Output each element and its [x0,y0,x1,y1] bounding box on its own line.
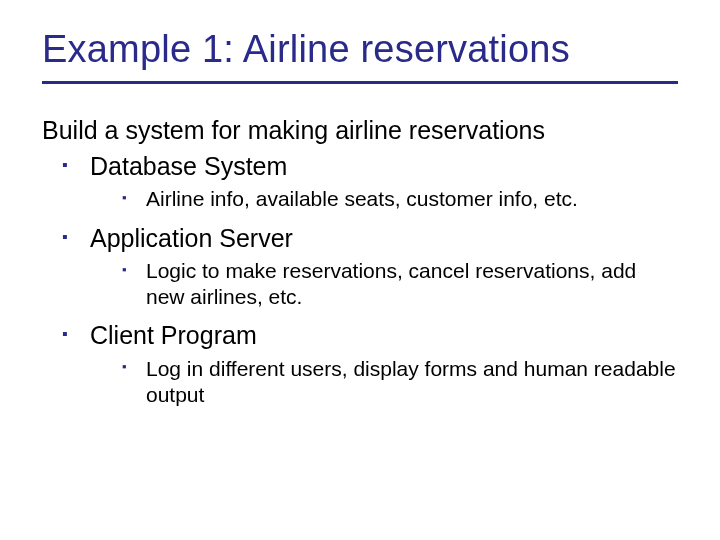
sub-bullet-list: Airline info, available seats, customer … [90,186,678,212]
list-item-label: Database System [90,152,287,180]
sub-list-item: Logic to make reservations, cancel reser… [122,258,678,311]
sub-list-item: Airline info, available seats, customer … [122,186,678,212]
intro-text: Build a system for making airline reserv… [42,116,678,145]
bullet-list: Database System Airline info, available … [42,151,678,408]
sub-list-item: Log in different users, display forms an… [122,356,678,409]
slide: Example 1: Airline reservations Build a … [0,0,720,540]
list-item: Client Program Log in different users, d… [62,320,678,408]
sub-bullet-list: Log in different users, display forms an… [90,356,678,409]
sub-bullet-list: Logic to make reservations, cancel reser… [90,258,678,311]
slide-title: Example 1: Airline reservations [42,28,678,71]
list-item: Database System Airline info, available … [62,151,678,213]
title-underline [42,81,678,84]
list-item: Application Server Logic to make reserva… [62,223,678,311]
list-item-label: Client Program [90,321,257,349]
list-item-label: Application Server [90,224,293,252]
